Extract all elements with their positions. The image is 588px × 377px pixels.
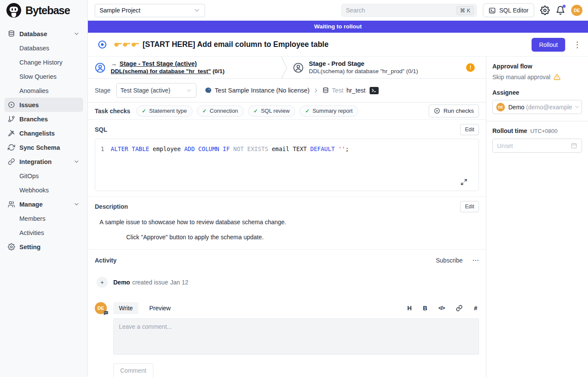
sql-editor[interactable]: 1 ALTER TABLE employee ADD COLUMN IF NOT…	[95, 139, 479, 191]
sidebar-item-changelists[interactable]: Changelists	[4, 126, 83, 140]
subscribe-button[interactable]: Subscribe	[436, 257, 463, 264]
comment-editor: DE Write Preview H B </> #	[88, 302, 486, 377]
stage-task-link[interactable]: DDL(schema) for database "hr_test"	[111, 68, 211, 74]
sql-section-title: SQL	[95, 126, 107, 133]
search-shortcut-kbd: ⌘ K	[457, 6, 474, 15]
sidebar-item-manage[interactable]: Manage	[4, 197, 83, 211]
global-search[interactable]: ⌘ K	[341, 4, 477, 17]
sidebar-item-issues[interactable]: Issues	[4, 98, 83, 112]
assignee-select[interactable]: DE Demo (demo@example	[492, 100, 582, 114]
task-checks-label: Task checks	[95, 108, 130, 114]
warning-triangle-icon	[554, 74, 560, 80]
check-pill-summary-report[interactable]: ✓Summary report	[299, 105, 358, 117]
chevron-down-icon	[73, 201, 80, 207]
hash-icon[interactable]: #	[474, 305, 477, 312]
stage-progress: (0/1)	[212, 68, 224, 74]
check-pill-connection[interactable]: ✓Connection	[197, 105, 244, 117]
stage-task: DDL(schema) for database "hr_prod"	[309, 68, 404, 74]
sidebar-item-anomalies[interactable]: Anomalies	[4, 83, 83, 98]
check-icon: ✓	[202, 108, 207, 114]
description-edit-button[interactable]: Edit	[460, 201, 479, 212]
sidebar-item-gitops[interactable]: GitOps	[4, 169, 83, 183]
approval-flow-title: Approval flow	[492, 63, 582, 70]
sidebar-item-change-history[interactable]: Change History	[4, 55, 83, 69]
activity-section-title: Activity	[95, 257, 117, 264]
sidebar-item-branches[interactable]: Branches	[4, 112, 83, 126]
postgresql-icon	[205, 87, 212, 94]
settings-gear-button[interactable]	[540, 6, 550, 15]
bold-icon[interactable]: B	[423, 305, 427, 312]
sql-edit-button[interactable]: Edit	[460, 124, 479, 135]
task-checks-row: Task checks ✓Statement type ✓Connection …	[88, 102, 486, 120]
rollout-button[interactable]: Rollout	[532, 38, 565, 52]
sidebar-item-database[interactable]: Database	[4, 27, 83, 41]
check-pill-sql-review[interactable]: ✓SQL review	[248, 105, 296, 117]
content-row: →Stage - Test Stage (active) DDL(schema)…	[88, 57, 588, 377]
sidebar-item-sync-schema[interactable]: Sync Schema	[4, 140, 83, 155]
comment-user-avatar: DE	[95, 302, 107, 314]
activity-item: + Demo created issue Jan 12	[95, 277, 479, 288]
bytebase-logo[interactable]: Bytebase	[0, 0, 87, 21]
database-name[interactable]: hr_test	[346, 87, 365, 94]
run-checks-button[interactable]: Run checks	[429, 105, 479, 117]
current-stage-arrow-icon: →	[111, 60, 117, 68]
tab-preview[interactable]: Preview	[143, 302, 176, 314]
sidebar-item-setting[interactable]: Setting	[4, 240, 83, 254]
database-breadcrumb: Test Sample Instance (No license) Test h…	[205, 87, 379, 94]
code-icon[interactable]: </>	[439, 305, 445, 311]
stage-card-test[interactable]: →Stage - Test Stage (active) DDL(schema)…	[88, 57, 281, 78]
left-sidebar: Bytebase Database Databases Change Histo…	[0, 0, 88, 377]
comment-input[interactable]	[113, 318, 479, 355]
sidebar-item-databases[interactable]: Databases	[4, 41, 83, 55]
approval-status: Skip manual approval	[492, 74, 582, 80]
activity-section: Activity Subscribe ⋯ + Demo created issu…	[88, 250, 486, 288]
chevron-down-icon	[186, 87, 192, 94]
comment-toolbar: H B </> #	[408, 305, 479, 312]
project-select[interactable]: Sample Project	[95, 4, 205, 17]
sidebar-item-webhooks[interactable]: Webhooks	[4, 183, 83, 197]
calendar-icon	[571, 142, 577, 149]
description-line: Click "Approve" button to apply the sche…	[126, 234, 479, 241]
topbar: Sample Project ⌘ K SQL Editor	[88, 0, 588, 21]
description-line: A sample issue to showcase how to review…	[100, 219, 479, 226]
brand-name: Bytebase	[25, 4, 70, 17]
issue-more-menu[interactable]: ⋮	[573, 41, 581, 49]
chevron-down-icon	[73, 158, 80, 165]
topbar-actions: ⌘ K SQL Editor DE	[341, 3, 582, 17]
search-input[interactable]	[346, 7, 457, 14]
database-icon	[8, 30, 15, 37]
assignee-email: (demo@example	[526, 104, 581, 111]
comment-submit-button[interactable]: Comment	[113, 363, 153, 377]
notifications-bell-button[interactable]	[556, 6, 565, 15]
sql-editor-button[interactable]: SQL Editor	[483, 3, 534, 17]
open-in-sql-editor-button[interactable]	[370, 87, 379, 94]
check-pill-statement-type[interactable]: ✓Statement type	[136, 105, 193, 117]
tab-write[interactable]: Write	[113, 302, 138, 314]
expand-editor-button[interactable]	[460, 179, 467, 185]
assignee-name: Demo	[508, 104, 524, 111]
user-avatar[interactable]: DE	[571, 5, 582, 16]
stage-card-prod[interactable]: Stage - Prod Stage DDL(schema) for datab…	[288, 57, 486, 78]
link-icon	[8, 158, 15, 165]
gear-icon	[540, 6, 550, 15]
heading-icon[interactable]: H	[408, 305, 412, 312]
sql-statement: ALTER TABLE employee ADD COLUMN IF NOT E…	[111, 145, 349, 153]
sidebar-item-activities[interactable]: Activities	[4, 226, 83, 240]
sync-icon	[8, 144, 15, 151]
stage-title-link[interactable]: Stage - Test Stage (active)	[120, 60, 197, 67]
stage-cards-row: →Stage - Test Stage (active) DDL(schema)…	[88, 57, 486, 79]
sidebar-item-integration[interactable]: Integration	[4, 155, 83, 169]
rollout-time-input[interactable]: Unset	[492, 139, 582, 153]
sidebar-item-members[interactable]: Members	[4, 211, 83, 226]
issue-sidebar: Approval flow Skip manual approval Assig…	[486, 57, 588, 377]
sidebar-item-slow-queries[interactable]: Slow Queries	[4, 69, 83, 83]
stage-select[interactable]: Test Stage (active)	[116, 83, 196, 98]
rollout-timezone: UTC+0800	[530, 128, 557, 134]
issue-title: [START HERE] Add email column to Employe…	[143, 40, 329, 49]
activity-more-menu[interactable]: ⋯	[472, 257, 479, 264]
chevron-down-icon	[193, 7, 200, 14]
person-circle-icon	[293, 62, 304, 73]
link-icon[interactable]	[456, 305, 463, 312]
environment-tag: Test	[332, 87, 344, 94]
instance-name[interactable]: Test Sample Instance (No license)	[215, 87, 310, 94]
